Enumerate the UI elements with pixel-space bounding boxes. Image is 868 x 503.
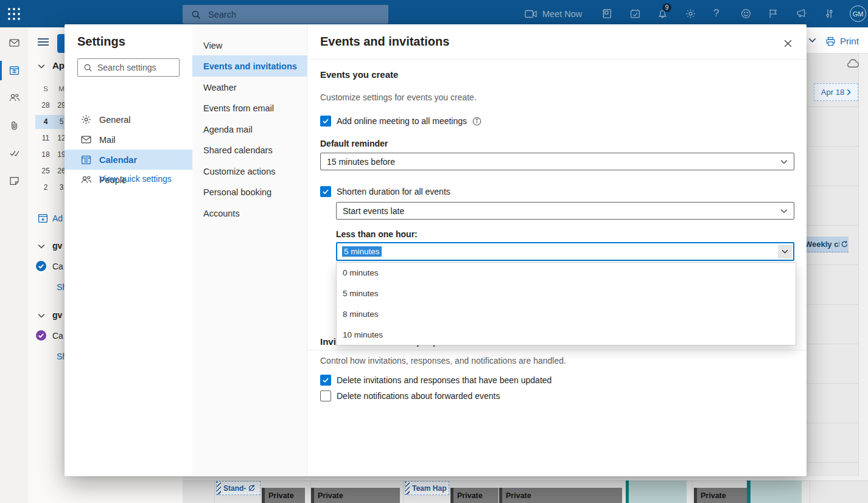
checkbox-label: Shorten duration for all events	[337, 187, 450, 196]
subnav-agenda-mail[interactable]: Agenda mail	[192, 119, 307, 140]
select-dropdown-button[interactable]	[778, 245, 792, 258]
settings-category-general[interactable]: General	[65, 109, 192, 130]
delete-forwarded-row: Delete notifications about forwarded eve…	[320, 390, 500, 401]
selected-day-highlight	[629, 480, 687, 503]
print-label: Print	[840, 36, 859, 46]
mini-cal-day[interactable]: 11	[39, 134, 52, 142]
weekly-event[interactable]: Weekly cl	[802, 237, 849, 252]
subnav-view[interactable]: View	[192, 35, 307, 56]
subnav-events-and-invitations[interactable]: Events and invitations	[192, 55, 307, 77]
mini-cal-day[interactable]: 28	[39, 101, 52, 109]
calendar-item-label[interactable]: Ca	[52, 262, 63, 271]
mail-icon[interactable]	[9, 38, 19, 48]
gear-icon	[81, 114, 91, 125]
subnav-weather[interactable]: Weather	[192, 77, 307, 98]
settings-gear-icon[interactable]	[685, 9, 696, 19]
feedback-smiley-icon[interactable]	[741, 9, 751, 19]
search-input[interactable]	[208, 10, 366, 19]
close-icon[interactable]	[781, 36, 794, 50]
subnav-shared-calendars[interactable]: Shared calendars	[192, 139, 307, 161]
calendar-icon[interactable]	[9, 65, 19, 75]
subnav-personal-booking[interactable]: Personal booking	[192, 181, 307, 203]
notification-badge: 9	[662, 3, 671, 12]
global-search-box[interactable]	[183, 5, 388, 24]
mini-cal-day[interactable]: 18	[39, 150, 52, 159]
settings-category-label: Calendar	[99, 155, 137, 165]
checkbox-checked[interactable]	[320, 186, 331, 197]
settings-category-mail[interactable]: Mail	[65, 130, 192, 150]
subnav-accounts[interactable]: Accounts	[192, 203, 307, 224]
add-calendar-icon[interactable]	[38, 213, 48, 223]
event-private[interactable]: Private	[311, 488, 400, 503]
view-quick-settings-link[interactable]: View quick settings	[99, 174, 172, 184]
event-private[interactable]: Private	[694, 488, 747, 503]
app-launcher-icon[interactable]	[7, 7, 21, 21]
checkbox-checked[interactable]	[320, 116, 331, 127]
event-label: Private	[701, 491, 726, 500]
megaphone-icon[interactable]	[796, 9, 807, 19]
add-calendar-label[interactable]: Ad	[52, 213, 63, 223]
account-avatar[interactable]: GM	[850, 5, 866, 22]
shorten-mode-select[interactable]: Start events late	[336, 202, 794, 220]
attachments-icon[interactable]	[9, 120, 19, 131]
event-team-happy[interactable]: Team Hap	[405, 481, 449, 495]
dialog-title: Events and invitations	[320, 35, 449, 49]
calendar-item-label[interactable]: Ca	[52, 331, 63, 341]
section-divider	[307, 350, 807, 350]
group-chevron-icon[interactable]	[38, 244, 45, 249]
event-standup[interactable]: Stand-	[216, 481, 261, 495]
event-label: Private	[457, 491, 483, 500]
section-description: Control how invitations, responses, and …	[320, 356, 566, 366]
tasks-check-icon[interactable]	[630, 9, 640, 19]
month-collapse-chevron-icon[interactable]	[38, 64, 45, 69]
settings-search-input[interactable]	[97, 63, 170, 72]
calendar-checked-icon[interactable]	[36, 330, 46, 341]
less-than-hour-select[interactable]: 5 minutes	[336, 242, 794, 261]
notes-icon[interactable]	[9, 176, 19, 186]
select-value: Start events late	[343, 206, 404, 216]
mini-cal-day[interactable]: 25	[39, 167, 52, 175]
weekly-event-label: Weekly cl	[805, 240, 839, 249]
flag-icon[interactable]	[768, 9, 779, 19]
calendar-group-label[interactable]: gv	[52, 241, 62, 251]
delete-invitations-row: Delete invitations and responses that ha…	[320, 375, 551, 386]
event-private[interactable]: Private	[499, 488, 622, 503]
checkbox-unchecked[interactable]	[320, 390, 331, 401]
chevron-down-icon[interactable]	[808, 38, 816, 43]
settings-category-label: Mail	[99, 135, 116, 145]
help-icon[interactable]: ?	[713, 7, 719, 19]
subnav-customize-actions[interactable]: Customize actions	[192, 161, 307, 182]
section-heading-events-you-create: Events you create	[320, 69, 398, 80]
date-nav-apr18[interactable]: Apr 18	[814, 83, 858, 101]
settings-search-box[interactable]	[77, 58, 180, 77]
dropdown-option[interactable]: 0 minutes	[337, 263, 796, 283]
mini-cal-day-selected[interactable]: 4	[39, 117, 52, 126]
meet-now-button[interactable]: Meet Now	[525, 0, 582, 27]
group-chevron-icon[interactable]	[38, 313, 45, 318]
dropdown-option[interactable]: 8 minutes	[337, 304, 796, 325]
calendar-group-label[interactable]: gv	[52, 310, 62, 320]
section-description: Customize settings for events you create…	[320, 92, 477, 102]
weather-cloud-icon[interactable]	[845, 58, 861, 69]
less-than-hour-label: Less than one hour:	[336, 229, 418, 239]
checkbox-checked[interactable]	[320, 375, 331, 386]
mini-cal-day[interactable]: 2	[39, 183, 52, 192]
event-private[interactable]: Private	[450, 488, 499, 503]
default-reminder-select[interactable]: 15 minutes before	[320, 153, 794, 170]
info-icon[interactable]	[472, 117, 481, 126]
toggles-icon[interactable]	[824, 9, 835, 19]
settings-dialog: Settings General Mail Calendar	[65, 24, 807, 476]
todo-check-icon[interactable]	[9, 148, 19, 158]
mini-calendar-month-label[interactable]: Ap	[52, 60, 65, 71]
subnav-events-from-email[interactable]: Events from email	[192, 97, 307, 119]
hamburger-menu-icon[interactable]	[38, 38, 49, 46]
settings-category-calendar[interactable]: Calendar	[65, 150, 192, 170]
print-button[interactable]: Print	[825, 36, 859, 46]
dropdown-option[interactable]: 5 minutes	[337, 283, 796, 304]
today-indicator-stripe	[626, 480, 629, 503]
calendar-checked-icon[interactable]	[36, 261, 46, 271]
dropdown-option[interactable]: 10 minutes	[337, 325, 796, 345]
people-icon[interactable]	[9, 92, 19, 103]
event-private[interactable]: Private	[262, 488, 305, 503]
notebook-icon[interactable]	[602, 9, 612, 19]
